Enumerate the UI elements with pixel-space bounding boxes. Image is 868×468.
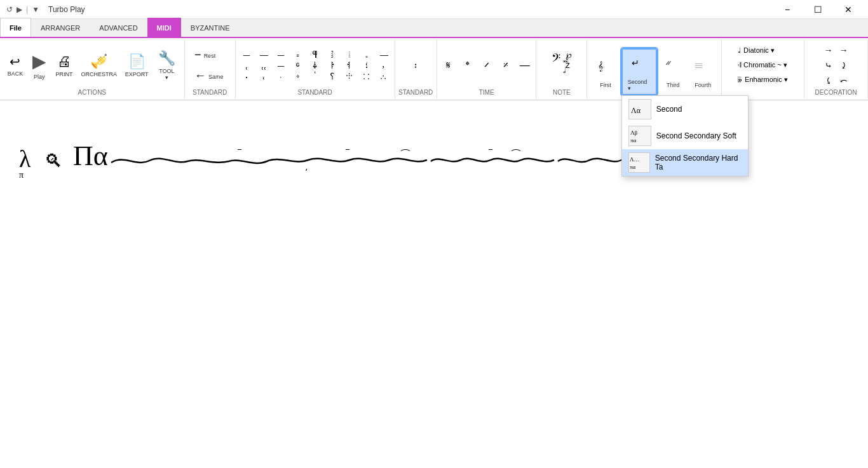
print-button[interactable]: 🖨 PRINT <box>52 51 76 80</box>
dropdown-item-second[interactable]: Λα Second <box>622 96 748 123</box>
svg-text:𝄞: 𝄞 <box>598 61 603 72</box>
diatonic-label: Diatonic ▾ <box>743 46 775 55</box>
note-right-top[interactable]: ℘ <box>566 50 572 60</box>
tab-arranger[interactable]: ARRANGER <box>31 18 90 37</box>
note-s2-r2c4[interactable]: ⸹ <box>290 60 306 70</box>
deco-arrow-6[interactable]: ⤺ <box>837 74 851 88</box>
dropdown-item-soft[interactable]: Λβ πα Second Secondary Soft <box>622 123 748 149</box>
note-s2-r1c7[interactable]: ⸽ <box>341 50 358 60</box>
note-s2-r2c8[interactable]: ⸵ <box>358 60 375 70</box>
fourth-scale-button[interactable]: 𝄘 Fourth <box>689 52 717 91</box>
deco-arrow-1[interactable]: → <box>822 43 836 57</box>
note-s2-r2c3[interactable]: ⸺ <box>273 60 289 70</box>
qa-icon-3[interactable]: ▼ <box>31 4 41 15</box>
note-right-mid[interactable]: z <box>566 60 572 70</box>
note-s2-r2c7[interactable]: ⸶ <box>341 60 358 70</box>
note-s2-r1c1[interactable]: ⸺ <box>238 50 255 60</box>
play-button[interactable]: ▶ Play <box>28 48 51 83</box>
deco-arrow-2[interactable]: → <box>837 43 851 57</box>
rest-label: Rest <box>204 53 216 59</box>
deco-arrow-3[interactable]: ⤷ <box>822 58 836 72</box>
time-sym3[interactable]: 𝄍 <box>478 60 495 71</box>
time-sym2[interactable]: 𝄌 <box>459 60 476 71</box>
time-content: 𝄋 𝄌 𝄍 𝄎 — <box>440 41 533 88</box>
svg-text:λ: λ <box>19 145 31 172</box>
deco-arrow-4[interactable]: ⤸ <box>837 58 851 72</box>
note-s2-r1c3[interactable]: ⸺ <box>273 50 289 60</box>
standard1-label: STANDARD <box>193 88 227 97</box>
note-s2-r2c9[interactable]: ⸴ <box>376 60 392 70</box>
tool-label: TOOL ▾ <box>157 68 177 81</box>
time-sym1[interactable]: 𝄋 <box>440 60 457 71</box>
svg-text:Λα: Λα <box>631 106 641 115</box>
note-s2-r1c8[interactable]: ⸼ <box>358 50 375 60</box>
note-s2-r3c2[interactable]: ⸲ <box>255 71 272 82</box>
qa-divider: | <box>25 4 29 15</box>
standard2-label: STANDARD <box>297 88 332 97</box>
second-scale-button[interactable]: ↵ Second ▾ <box>621 48 658 95</box>
ribbon-group-decoration: → → ⤷ ⤸ ⤹ ⤺ DECORATION <box>804 39 868 98</box>
title-bar: ↺ ▶ | ▼ Turbo Play − ☐ ✕ <box>0 0 868 19</box>
note-s2-r1c6[interactable]: ⸾ <box>324 50 341 60</box>
svg-text:̅: ̅ <box>237 149 242 150</box>
deco-arrow-5[interactable]: ⤹ <box>822 74 836 88</box>
note-s2-r3c1[interactable]: ⸳ <box>238 71 255 82</box>
time-sym5[interactable]: — <box>517 60 533 71</box>
enharmonic-button[interactable]: 𝄫 Enharmonic ▾ <box>733 74 792 86</box>
dropdown-second-icon: Λα <box>628 99 651 119</box>
second-scale-container: ↵ Second ▾ Λα Second <box>621 48 658 95</box>
tool-button[interactable]: 🔧 TOOL ▾ <box>153 48 180 83</box>
minimize-button[interactable]: − <box>773 0 802 19</box>
qa-icon-1[interactable]: ↺ <box>5 4 14 15</box>
export-button[interactable]: 📄 EXPORT <box>121 51 152 80</box>
ribbon-group-time: 𝄋 𝄌 𝄍 𝄎 — TIME <box>437 39 537 98</box>
chromatic-button[interactable]: 𝄇 Chromatic ~ ▾ <box>733 59 792 71</box>
dropdown-second-label: Second <box>656 105 682 114</box>
std3-symbol[interactable]: 𝄈 <box>414 58 417 73</box>
tab-advanced[interactable]: ADVANCED <box>90 18 147 37</box>
note-s2-r3c4[interactable]: ⸰ <box>290 71 306 82</box>
note-s2-r2c5[interactable]: ⸸ <box>307 60 323 70</box>
ribbon-group-standard3: 𝄈 STANDARD <box>395 39 437 98</box>
quick-access[interactable]: ↺ ▶ | ▼ <box>5 4 41 15</box>
tab-byzantine[interactable]: BYZANTINE <box>181 18 240 37</box>
close-button[interactable]: ✕ <box>834 0 863 19</box>
play-label: Play <box>34 74 45 80</box>
orchestra-button[interactable]: 🎺 ORCHESTRA <box>78 51 120 80</box>
diatonic-button[interactable]: ♩ Diatonic ▾ <box>733 44 779 57</box>
actions-group-label: ACTIONS <box>78 88 106 97</box>
note-s2-r1c5[interactable]: ⸿ <box>307 50 323 60</box>
note-s2-r2c6[interactable]: ⸷ <box>324 60 341 70</box>
same-label: Same <box>208 74 224 80</box>
title-bar-controls[interactable]: − ☐ ✕ <box>773 0 863 19</box>
note-s2-r3c5[interactable]: ⸯ <box>307 71 323 82</box>
tab-midi[interactable]: MIDI <box>147 18 181 37</box>
note-s2-r3c6[interactable]: ⸮ <box>324 71 341 82</box>
back-label: BACK <box>8 70 24 77</box>
note-s2-r3c9[interactable]: ⸫ <box>376 71 392 82</box>
svg-text:πα: πα <box>630 164 636 170</box>
note-s2-r2c2[interactable]: ⹂ <box>255 60 272 70</box>
note-s2-r3c7[interactable]: ⸭ <box>341 71 358 82</box>
same-button[interactable]: ← Same <box>191 67 229 85</box>
maximize-button[interactable]: ☐ <box>803 0 832 19</box>
third-scale-button[interactable]: 𝄓 Third <box>658 52 687 91</box>
first-scale-icon: 𝄞 <box>597 55 614 81</box>
time-sym4[interactable]: 𝄎 <box>498 60 514 71</box>
note-s2-r2c1[interactable]: ⹁ <box>238 60 255 70</box>
play-icon: ▶ <box>32 51 46 72</box>
back-button[interactable]: ↩ BACK <box>4 51 27 79</box>
note-s2-r3c3[interactable]: ⸱ <box>273 71 289 82</box>
rest-button[interactable]: − Rest <box>191 46 229 64</box>
note-s2-r1c4[interactable]: ⹀ <box>290 50 306 60</box>
svg-text:Λβ: Λβ <box>630 130 638 136</box>
note-s2-r3c8[interactable]: ⸬ <box>358 71 375 82</box>
first-scale-button[interactable]: 𝄞 First <box>591 52 620 91</box>
note-s2-r1c9[interactable]: ⸻ <box>376 50 392 60</box>
qa-icon-2[interactable]: ▶ <box>15 4 24 15</box>
note-sym1[interactable]: 𝄢 <box>552 51 560 68</box>
dropdown-item-hard[interactable]: Λ… πα Second Secondary Hard Ta <box>622 149 748 176</box>
tab-file[interactable]: File <box>0 18 31 37</box>
note-s2-r1c2[interactable]: ⸻ <box>255 50 272 60</box>
app-title: Turbo Play <box>48 5 85 14</box>
